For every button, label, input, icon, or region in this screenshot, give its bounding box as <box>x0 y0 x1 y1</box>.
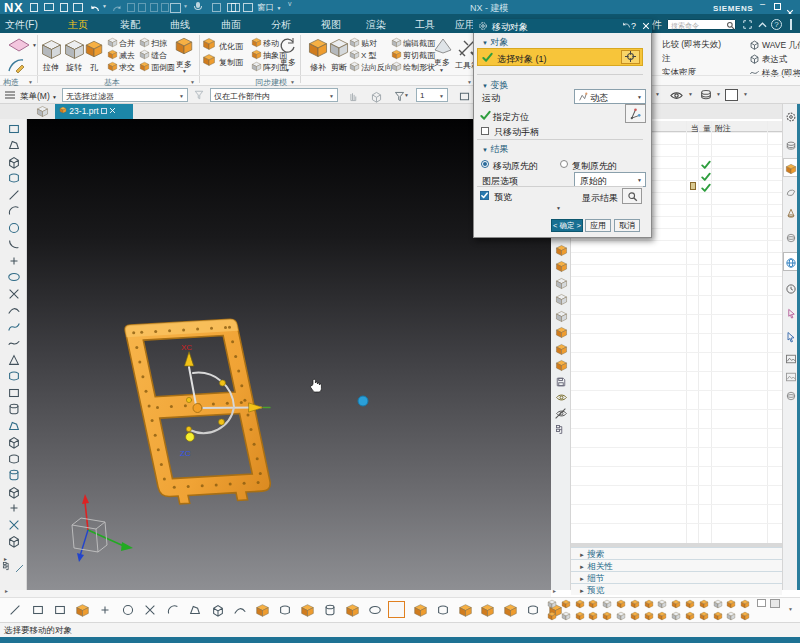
svg-text:XC: XC <box>181 343 192 352</box>
svg-text:ZC: ZC <box>180 449 191 458</box>
